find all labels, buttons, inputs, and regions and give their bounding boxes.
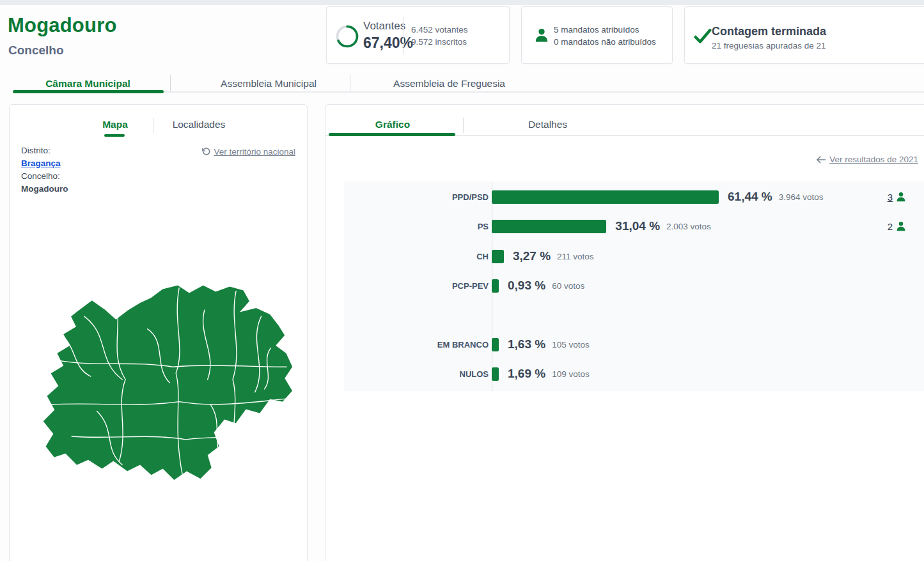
arrow-left-icon — [816, 155, 826, 164]
active-tab-indicator — [13, 90, 164, 93]
checkmark-icon — [693, 26, 713, 46]
party-label: PS — [344, 222, 489, 231]
card-divider — [403, 17, 404, 54]
party-label: PPD/PSD — [344, 192, 489, 202]
percent-value: 0,93 % — [508, 279, 545, 293]
map-panel: Mapa Localidades Distrito: Bragança Conc… — [9, 104, 308, 561]
concelho-value: Mogadouro — [21, 183, 68, 196]
tab-separator — [350, 75, 350, 91]
chart-row-ppd-psd: PPD/PSD 61,44 % 3.964 votos 3 — [344, 189, 924, 204]
mandatos-card: 5 mandatos atribuídos 0 mandatos não atr… — [521, 6, 673, 64]
active-tab-indicator — [104, 134, 125, 137]
votes-value: 60 votos — [552, 281, 584, 291]
concelho-map[interactable] — [19, 272, 299, 487]
turnout-ring-icon — [334, 24, 360, 49]
chart-row-ps: PS 31,04 % 2.003 votos 2 — [344, 219, 924, 234]
tab-grafico[interactable]: Gráfico — [351, 119, 434, 130]
mandates-badge: 2 — [888, 220, 907, 232]
mandates-count-link[interactable]: 3 — [888, 192, 893, 203]
result-bar — [492, 367, 499, 381]
percent-value: 31,04 % — [615, 219, 660, 233]
votantes-percent: 67,40% — [363, 35, 413, 52]
party-label: PCP-PEV — [344, 281, 489, 291]
results-panel: Gráfico Detalhes Ver resultados de 2021 … — [325, 104, 924, 561]
votes-value: 2.003 votos — [666, 222, 711, 231]
page-title: Mogadouro — [8, 14, 117, 37]
result-bar — [492, 190, 719, 204]
votes-value: 211 votos — [557, 252, 594, 261]
chart-row-pcp-pev: PCP-PEV 0,93 % 60 votos — [344, 278, 924, 293]
result-bar — [492, 250, 504, 263]
distrito-link[interactable]: Bragança — [21, 157, 68, 170]
election-results-page: Mogadouro Concelho Votantes 67,40% 6.452… — [0, 0, 924, 561]
tab-separator — [463, 118, 464, 133]
contagem-card: Contagem terminada 21 freguesias apurada… — [684, 6, 924, 64]
active-tab-indicator — [329, 133, 455, 136]
percent-value: 1,63 % — [508, 337, 545, 351]
tab-detalhes[interactable]: Detalhes — [505, 119, 591, 130]
ver-resultados-2021-link[interactable]: Ver resultados de 2021 — [816, 155, 918, 164]
mandates-badge: 3 — [888, 191, 907, 203]
chart-row-ch: CH 3,27 % 211 votos — [344, 249, 924, 264]
person-icon — [895, 220, 907, 232]
results-bar-chart: PPD/PSD 61,44 % 3.964 votos 3 PS 31,04 %… — [344, 181, 924, 391]
restore-icon — [201, 147, 211, 157]
party-label: CH — [344, 252, 489, 261]
tab-separator — [170, 75, 171, 91]
mandatos-atribuidos: 5 mandatos atribuídos — [554, 24, 656, 36]
chart-row-em-branco: EM BRANCO 1,63 % 105 votos — [344, 337, 924, 352]
contagem-subtitle: 21 freguesias apuradas de 21 — [712, 41, 826, 50]
concelho-label: Concelho: — [21, 170, 68, 183]
result-bar — [492, 279, 499, 293]
percent-value: 3,27 % — [513, 249, 551, 263]
votes-value: 3.964 votos — [779, 192, 824, 202]
tab-mapa[interactable]: Mapa — [74, 119, 157, 130]
ver-territorio-nacional-link[interactable]: Ver território nacional — [201, 147, 295, 157]
percent-value: 1,69 % — [508, 367, 545, 381]
tab-separator — [153, 118, 153, 133]
result-bar — [492, 220, 606, 233]
votes-value: 109 votos — [552, 369, 590, 379]
top-strip — [0, 0, 924, 5]
mandates-count: 2 — [888, 221, 893, 232]
party-label: EM BRANCO — [344, 340, 489, 350]
mandatos-details: 5 mandatos atribuídos 0 mandatos não atr… — [554, 24, 656, 48]
percent-value: 61,44 % — [728, 190, 772, 204]
votantes-label: Votantes — [363, 20, 405, 33]
result-bar — [492, 338, 499, 351]
tab-camara-municipal[interactable]: Câmara Municipal — [13, 76, 163, 91]
votes-value: 105 votos — [552, 340, 590, 350]
page-subtitle: Concelho — [8, 43, 64, 58]
party-label: NULOS — [344, 369, 489, 379]
tab-localidades[interactable]: Localidades — [157, 119, 241, 130]
mandatos-nao-atribuidos: 0 mandatos não atribuídos — [554, 36, 656, 48]
tab-assembleia-de-freguesia[interactable]: Assembleia de Freguesia — [371, 76, 528, 91]
location-info: Distrito: Bragança Concelho: Mogadouro — [21, 144, 68, 196]
chart-row-nulos: NULOS 1,69 % 109 votos — [344, 366, 924, 381]
votantes-details: 6.452 votantes 9.572 inscritos — [411, 24, 468, 48]
person-icon — [895, 191, 907, 203]
person-icon — [533, 27, 550, 43]
tab-assembleia-municipal[interactable]: Assembleia Municipal — [192, 76, 345, 91]
contagem-title: Contagem terminada — [712, 25, 826, 38]
votantes-count: 6.452 votantes — [411, 24, 468, 36]
map-outline — [43, 285, 293, 480]
votantes-card: Votantes 67,40% 6.452 votantes 9.572 ins… — [326, 6, 510, 64]
inscritos-count: 9.572 inscritos — [411, 36, 468, 48]
distrito-label: Distrito: — [21, 144, 68, 157]
